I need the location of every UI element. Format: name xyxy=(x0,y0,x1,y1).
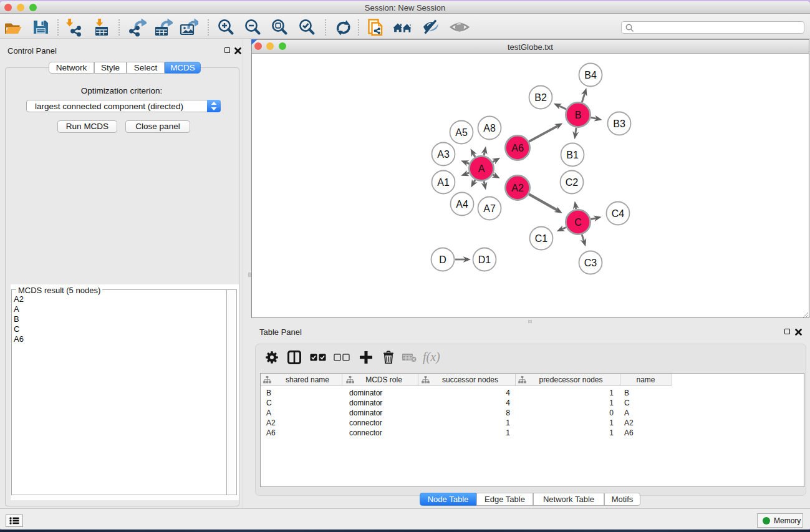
svg-text:B1: B1 xyxy=(566,150,579,160)
svg-text:B4: B4 xyxy=(584,70,597,80)
svg-text:A2: A2 xyxy=(511,183,524,193)
svg-text:C1: C1 xyxy=(535,233,548,244)
svg-text:A1: A1 xyxy=(437,177,450,188)
svg-text:A: A xyxy=(478,163,485,174)
svg-text:A6: A6 xyxy=(511,143,524,153)
svg-text:B3: B3 xyxy=(613,118,625,129)
svg-text:A3: A3 xyxy=(437,149,450,160)
svg-text:A8: A8 xyxy=(483,123,496,133)
svg-text:C2: C2 xyxy=(566,177,579,188)
svg-text:A4: A4 xyxy=(456,199,468,210)
svg-text:C4: C4 xyxy=(612,208,625,219)
svg-text:C: C xyxy=(574,217,582,228)
svg-text:B2: B2 xyxy=(534,92,547,103)
svg-text:A7: A7 xyxy=(483,203,496,214)
svg-text:D: D xyxy=(439,254,446,265)
svg-text:D1: D1 xyxy=(478,254,491,265)
svg-text:A5: A5 xyxy=(455,127,468,138)
svg-text:C3: C3 xyxy=(584,258,597,268)
svg-text:B: B xyxy=(575,110,582,120)
